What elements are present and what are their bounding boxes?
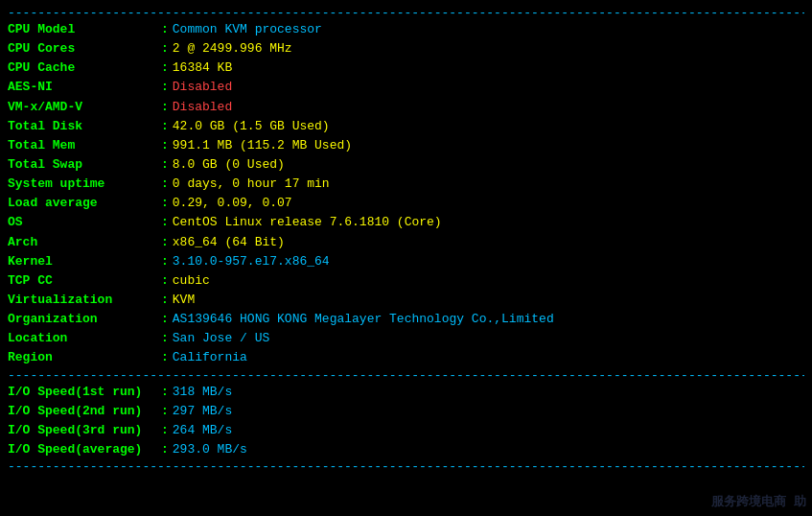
row-value: 293.0 MB/s <box>173 440 247 459</box>
system-info-rows: CPU Model : Common KVM processorCPU Core… <box>8 20 804 368</box>
divider-mid: ----------------------------------------… <box>8 368 804 383</box>
row-value: 42.0 GB (1.5 GB Used) <box>173 117 330 136</box>
row-colon: : <box>161 117 169 136</box>
row-value: 264 MB/s <box>173 421 232 440</box>
row-colon: : <box>161 78 169 97</box>
row-colon: : <box>161 440 169 459</box>
table-row: Total Mem : 991.1 MB (115.2 MB Used) <box>8 136 804 155</box>
terminal-output: ----------------------------------------… <box>0 0 812 480</box>
row-value: Common KVM processor <box>173 20 322 39</box>
row-value: 318 MB/s <box>173 383 232 402</box>
table-row: Total Disk : 42.0 GB (1.5 GB Used) <box>8 117 804 136</box>
table-row: System uptime : 0 days, 0 hour 17 min <box>8 175 804 194</box>
row-colon: : <box>161 402 169 421</box>
table-row: CPU Cores : 2 @ 2499.996 MHz <box>8 39 804 59</box>
bottom-right-watermark: 服务跨境电商 助 <box>711 493 806 510</box>
row-label: I/O Speed(1st run) <box>8 383 161 402</box>
row-label: I/O Speed(average) <box>8 440 161 459</box>
row-label: VM-x/AMD-V <box>8 98 161 117</box>
divider-top: ----------------------------------------… <box>8 6 804 20</box>
row-label: OS <box>8 213 161 232</box>
row-colon: : <box>161 155 169 175</box>
row-colon: : <box>161 175 169 194</box>
row-label: Kernel <box>8 252 161 271</box>
table-row: I/O Speed(2nd run) : 297 MB/s <box>8 402 804 421</box>
row-value: 3.10.0-957.el7.x86_64 <box>173 252 330 271</box>
io-speed-rows: I/O Speed(1st run) : 318 MB/sI/O Speed(2… <box>8 383 804 460</box>
row-label: CPU Model <box>8 20 161 39</box>
row-colon: : <box>161 39 169 59</box>
table-row: I/O Speed(average) : 293.0 MB/s <box>8 440 804 459</box>
table-row: Kernel : 3.10.0-957.el7.x86_64 <box>8 252 804 271</box>
row-label: Organization <box>8 310 161 329</box>
row-label: Location <box>8 329 161 348</box>
row-value: Disabled <box>173 98 232 117</box>
row-colon: : <box>161 310 169 329</box>
table-row: Organization : AS139646 HONG KONG Megala… <box>8 310 804 329</box>
divider-bottom: ----------------------------------------… <box>8 459 804 474</box>
row-label: System uptime <box>8 175 161 194</box>
table-row: Arch : x86_64 (64 Bit) <box>8 233 804 252</box>
row-value: AS139646 HONG KONG Megalayer Technology … <box>173 310 554 329</box>
row-colon: : <box>161 271 169 291</box>
row-colon: : <box>161 329 169 348</box>
table-row: I/O Speed(3rd run) : 264 MB/s <box>8 421 804 440</box>
row-label: AES-NI <box>8 78 161 97</box>
row-value: cubic <box>173 271 210 291</box>
row-colon: : <box>161 98 169 117</box>
row-colon: : <box>161 20 169 39</box>
row-value: 8.0 GB (0 Used) <box>173 155 285 175</box>
row-value: San Jose / US <box>173 329 269 348</box>
table-row: OS : CentOS Linux release 7.6.1810 (Core… <box>8 213 804 232</box>
row-value: Disabled <box>173 78 232 97</box>
row-label: Load average <box>8 194 161 213</box>
row-colon: : <box>161 252 169 271</box>
row-colon: : <box>161 291 169 310</box>
row-label: Arch <box>8 233 161 252</box>
row-label: Total Swap <box>8 155 161 175</box>
table-row: I/O Speed(1st run) : 318 MB/s <box>8 383 804 402</box>
table-row: AES-NI : Disabled <box>8 78 804 97</box>
row-value: CentOS Linux release 7.6.1810 (Core) <box>173 213 442 232</box>
row-value: 0.29, 0.09, 0.07 <box>173 194 292 213</box>
row-value: KVM <box>173 291 195 310</box>
table-row: VM-x/AMD-V : Disabled <box>8 98 804 117</box>
row-label: TCP CC <box>8 271 161 291</box>
row-label: I/O Speed(2nd run) <box>8 402 161 421</box>
row-colon: : <box>161 194 169 213</box>
row-value: 16384 KB <box>173 59 232 78</box>
row-value: California <box>173 348 247 367</box>
row-value: x86_64 (64 Bit) <box>173 233 285 252</box>
row-value: 2 @ 2499.996 MHz <box>173 39 292 59</box>
row-value: 0 days, 0 hour 17 min <box>173 175 330 194</box>
row-value: 297 MB/s <box>173 402 232 421</box>
table-row: Region : California <box>8 348 804 367</box>
row-label: Region <box>8 348 161 367</box>
table-row: Virtualization : KVM <box>8 291 804 310</box>
row-colon: : <box>161 383 169 402</box>
table-row: CPU Cache : 16384 KB <box>8 59 804 78</box>
row-label: Total Mem <box>8 136 161 155</box>
table-row: CPU Model : Common KVM processor <box>8 20 804 39</box>
row-colon: : <box>161 136 169 155</box>
table-row: TCP CC : cubic <box>8 271 804 291</box>
row-colon: : <box>161 421 169 440</box>
row-label: Virtualization <box>8 291 161 310</box>
row-label: CPU Cores <box>8 39 161 59</box>
row-colon: : <box>161 233 169 252</box>
table-row: Total Swap : 8.0 GB (0 Used) <box>8 155 804 175</box>
row-colon: : <box>161 348 169 367</box>
table-row: Location : San Jose / US <box>8 329 804 348</box>
row-colon: : <box>161 59 169 78</box>
row-colon: : <box>161 213 169 232</box>
table-row: Load average : 0.29, 0.09, 0.07 <box>8 194 804 213</box>
row-label: Total Disk <box>8 117 161 136</box>
row-label: CPU Cache <box>8 59 161 78</box>
row-label: I/O Speed(3rd run) <box>8 421 161 440</box>
row-value: 991.1 MB (115.2 MB Used) <box>173 136 352 155</box>
